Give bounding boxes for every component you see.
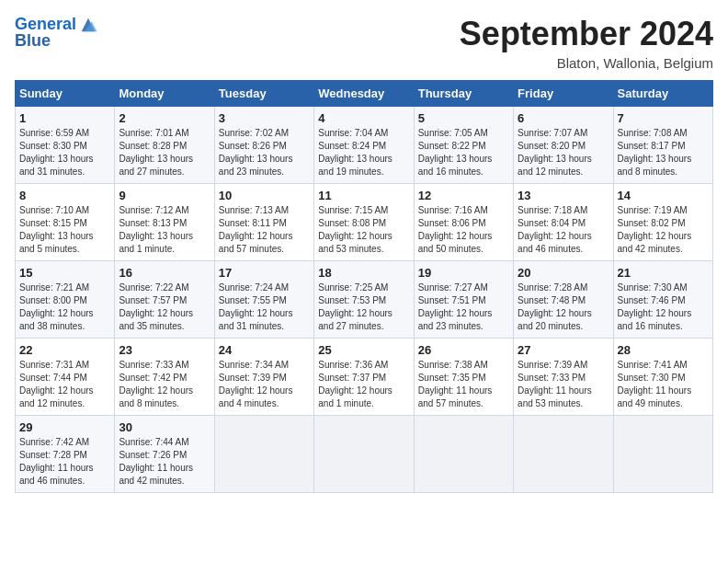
day-cell: 6Sunrise: 7:07 AM Sunset: 8:20 PM Daylig… <box>514 107 613 184</box>
day-number: 14 <box>618 189 709 202</box>
day-cell: 17Sunrise: 7:24 AM Sunset: 7:55 PM Dayli… <box>214 261 313 339</box>
day-cell: 30Sunrise: 7:44 AM Sunset: 7:26 PM Dayli… <box>115 416 214 493</box>
day-number: 28 <box>618 343 709 357</box>
day-info: Sunrise: 7:41 AM Sunset: 7:30 PM Dayligh… <box>618 359 709 410</box>
page-container: General Blue September 2024 Blaton, Wall… <box>0 0 728 500</box>
day-cell: 18Sunrise: 7:25 AM Sunset: 7:53 PM Dayli… <box>314 261 414 339</box>
day-info: Sunrise: 7:02 AM Sunset: 8:26 PM Dayligh… <box>219 127 310 178</box>
day-cell: 25Sunrise: 7:36 AM Sunset: 7:37 PM Dayli… <box>314 339 414 416</box>
day-cell: 4Sunrise: 7:04 AM Sunset: 8:24 PM Daylig… <box>314 107 414 184</box>
day-number: 20 <box>518 266 609 280</box>
calendar-table: SundayMondayTuesdayWednesdayThursdayFrid… <box>15 80 713 493</box>
day-cell: 5Sunrise: 7:05 AM Sunset: 8:22 PM Daylig… <box>414 107 513 184</box>
day-cell <box>214 416 313 493</box>
location: Blaton, Wallonia, Belgium <box>460 55 713 71</box>
day-info: Sunrise: 7:44 AM Sunset: 7:26 PM Dayligh… <box>119 436 210 488</box>
logo-icon <box>78 15 98 35</box>
day-number: 3 <box>219 111 310 125</box>
day-cell: 13Sunrise: 7:18 AM Sunset: 8:04 PM Dayli… <box>514 184 613 261</box>
day-number: 12 <box>418 189 509 202</box>
day-number: 22 <box>19 343 110 357</box>
week-row-3: 15Sunrise: 7:21 AM Sunset: 8:00 PM Dayli… <box>16 261 713 339</box>
day-cell: 26Sunrise: 7:38 AM Sunset: 7:35 PM Dayli… <box>414 339 513 416</box>
day-cell: 10Sunrise: 7:13 AM Sunset: 8:11 PM Dayli… <box>214 184 313 261</box>
day-cell: 11Sunrise: 7:15 AM Sunset: 8:08 PM Dayli… <box>314 184 414 261</box>
day-number: 5 <box>418 111 509 125</box>
day-number: 29 <box>19 420 110 434</box>
day-number: 24 <box>219 343 310 357</box>
day-number: 8 <box>19 189 110 202</box>
day-info: Sunrise: 7:05 AM Sunset: 8:22 PM Dayligh… <box>418 127 509 178</box>
header-saturday: Saturday <box>613 81 712 107</box>
day-number: 6 <box>518 111 609 125</box>
day-info: Sunrise: 7:25 AM Sunset: 7:53 PM Dayligh… <box>318 282 409 333</box>
day-cell: 1Sunrise: 6:59 AM Sunset: 8:30 PM Daylig… <box>16 107 115 184</box>
week-row-5: 29Sunrise: 7:42 AM Sunset: 7:28 PM Dayli… <box>16 416 713 493</box>
day-number: 1 <box>19 111 110 125</box>
day-info: Sunrise: 7:16 AM Sunset: 8:06 PM Dayligh… <box>418 204 509 256</box>
day-number: 16 <box>119 266 210 280</box>
day-cell: 16Sunrise: 7:22 AM Sunset: 7:57 PM Dayli… <box>115 261 214 339</box>
day-cell: 27Sunrise: 7:39 AM Sunset: 7:33 PM Dayli… <box>514 339 613 416</box>
week-row-1: 1Sunrise: 6:59 AM Sunset: 8:30 PM Daylig… <box>16 107 713 184</box>
day-number: 25 <box>318 343 409 357</box>
day-number: 19 <box>418 266 509 280</box>
day-number: 15 <box>19 266 110 280</box>
day-info: Sunrise: 7:24 AM Sunset: 7:55 PM Dayligh… <box>219 282 310 333</box>
day-cell: 23Sunrise: 7:33 AM Sunset: 7:42 PM Dayli… <box>115 339 214 416</box>
day-info: Sunrise: 7:13 AM Sunset: 8:11 PM Dayligh… <box>219 204 310 256</box>
day-cell: 28Sunrise: 7:41 AM Sunset: 7:30 PM Dayli… <box>613 339 712 416</box>
header-monday: Monday <box>115 81 214 107</box>
day-info: Sunrise: 7:30 AM Sunset: 7:46 PM Dayligh… <box>618 282 709 333</box>
day-info: Sunrise: 7:33 AM Sunset: 7:42 PM Dayligh… <box>119 359 210 410</box>
day-number: 13 <box>518 189 609 202</box>
month-title: September 2024 <box>460 15 713 53</box>
day-info: Sunrise: 7:39 AM Sunset: 7:33 PM Dayligh… <box>518 359 609 410</box>
day-cell: 14Sunrise: 7:19 AM Sunset: 8:02 PM Dayli… <box>613 184 712 261</box>
day-cell: 7Sunrise: 7:08 AM Sunset: 8:17 PM Daylig… <box>613 107 712 184</box>
day-cell <box>514 416 613 493</box>
day-cell <box>414 416 513 493</box>
day-number: 30 <box>119 420 210 434</box>
day-info: Sunrise: 7:27 AM Sunset: 7:51 PM Dayligh… <box>418 282 509 333</box>
day-info: Sunrise: 7:19 AM Sunset: 8:02 PM Dayligh… <box>618 204 709 256</box>
logo: General Blue <box>15 15 98 51</box>
day-info: Sunrise: 7:28 AM Sunset: 7:48 PM Dayligh… <box>518 282 609 333</box>
day-cell: 21Sunrise: 7:30 AM Sunset: 7:46 PM Dayli… <box>613 261 712 339</box>
day-info: Sunrise: 7:10 AM Sunset: 8:15 PM Dayligh… <box>19 204 110 256</box>
day-number: 11 <box>318 189 409 202</box>
week-row-2: 8Sunrise: 7:10 AM Sunset: 8:15 PM Daylig… <box>16 184 713 261</box>
day-number: 7 <box>618 111 709 125</box>
day-cell <box>613 416 712 493</box>
day-cell: 9Sunrise: 7:12 AM Sunset: 8:13 PM Daylig… <box>115 184 214 261</box>
header-friday: Friday <box>514 81 613 107</box>
header-thursday: Thursday <box>414 81 513 107</box>
title-block: September 2024 Blaton, Wallonia, Belgium <box>460 15 713 71</box>
day-number: 18 <box>318 266 409 280</box>
day-info: Sunrise: 7:21 AM Sunset: 8:00 PM Dayligh… <box>19 282 110 333</box>
day-cell: 22Sunrise: 7:31 AM Sunset: 7:44 PM Dayli… <box>16 339 115 416</box>
day-info: Sunrise: 7:15 AM Sunset: 8:08 PM Dayligh… <box>318 204 409 256</box>
day-cell: 15Sunrise: 7:21 AM Sunset: 8:00 PM Dayli… <box>16 261 115 339</box>
day-number: 21 <box>618 266 709 280</box>
header-wednesday: Wednesday <box>314 81 414 107</box>
day-cell: 8Sunrise: 7:10 AM Sunset: 8:15 PM Daylig… <box>16 184 115 261</box>
day-cell: 20Sunrise: 7:28 AM Sunset: 7:48 PM Dayli… <box>514 261 613 339</box>
day-cell: 19Sunrise: 7:27 AM Sunset: 7:51 PM Dayli… <box>414 261 513 339</box>
day-cell: 2Sunrise: 7:01 AM Sunset: 8:28 PM Daylig… <box>115 107 214 184</box>
day-cell: 3Sunrise: 7:02 AM Sunset: 8:26 PM Daylig… <box>214 107 313 184</box>
day-info: Sunrise: 6:59 AM Sunset: 8:30 PM Dayligh… <box>19 127 110 178</box>
day-info: Sunrise: 7:42 AM Sunset: 7:28 PM Dayligh… <box>19 436 110 488</box>
calendar-header-row: SundayMondayTuesdayWednesdayThursdayFrid… <box>16 81 713 107</box>
day-info: Sunrise: 7:34 AM Sunset: 7:39 PM Dayligh… <box>219 359 310 410</box>
day-info: Sunrise: 7:04 AM Sunset: 8:24 PM Dayligh… <box>318 127 409 178</box>
day-info: Sunrise: 7:38 AM Sunset: 7:35 PM Dayligh… <box>418 359 509 410</box>
day-info: Sunrise: 7:08 AM Sunset: 8:17 PM Dayligh… <box>618 127 709 178</box>
day-info: Sunrise: 7:12 AM Sunset: 8:13 PM Dayligh… <box>119 204 210 256</box>
day-number: 17 <box>219 266 310 280</box>
day-number: 4 <box>318 111 409 125</box>
day-cell: 24Sunrise: 7:34 AM Sunset: 7:39 PM Dayli… <box>214 339 313 416</box>
week-row-4: 22Sunrise: 7:31 AM Sunset: 7:44 PM Dayli… <box>16 339 713 416</box>
day-number: 10 <box>219 189 310 202</box>
day-number: 26 <box>418 343 509 357</box>
